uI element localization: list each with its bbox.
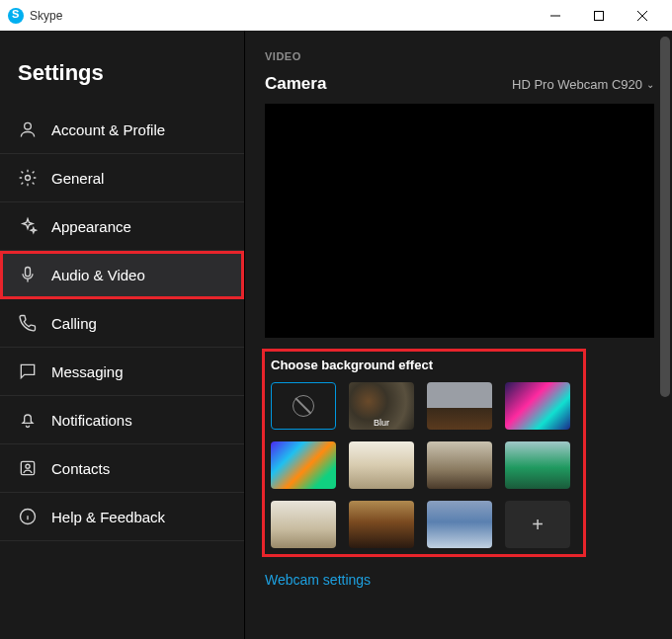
bg-effect-image-1[interactable] xyxy=(427,382,492,430)
svg-point-4 xyxy=(25,122,32,129)
blur-label: Blur xyxy=(349,418,414,428)
camera-row: Camera HD Pro Webcam C920 ⌄ xyxy=(265,74,654,94)
sidebar-item-label: Appearance xyxy=(51,218,131,235)
minimize-button[interactable] xyxy=(534,0,577,31)
sidebar-item-calling[interactable]: Calling xyxy=(0,299,244,348)
none-icon xyxy=(293,395,314,417)
app-body: Settings Account & Profile General Appea… xyxy=(0,31,672,639)
camera-selected-value: HD Pro Webcam C920 xyxy=(512,77,642,92)
background-effect-title: Choose background effect xyxy=(271,358,577,372)
chat-icon xyxy=(18,361,38,381)
sidebar-item-label: Notifications xyxy=(51,412,132,429)
info-icon xyxy=(18,507,38,526)
chevron-down-icon: ⌄ xyxy=(646,79,654,90)
sidebar-item-contacts[interactable]: Contacts xyxy=(0,444,244,493)
close-button[interactable] xyxy=(621,0,664,31)
sparkle-icon xyxy=(18,216,38,236)
contacts-icon xyxy=(18,458,38,478)
bg-effect-blur[interactable]: Blur xyxy=(349,382,414,430)
camera-label: Camera xyxy=(265,74,326,94)
webcam-settings-link[interactable]: Webcam settings xyxy=(265,572,654,588)
sidebar-item-label: Audio & Video xyxy=(51,267,145,283)
person-icon xyxy=(18,120,38,139)
background-effect-section: Choose background effect Blur + xyxy=(265,352,583,554)
svg-point-5 xyxy=(26,176,31,181)
bg-effect-none[interactable] xyxy=(271,382,336,430)
app-title: Skype xyxy=(30,9,62,23)
bg-effect-image-4[interactable] xyxy=(349,441,414,489)
background-effect-grid: Blur + xyxy=(271,382,577,548)
bg-effect-image-7[interactable] xyxy=(271,501,336,548)
video-section-label: VIDEO xyxy=(265,50,654,62)
camera-preview xyxy=(265,104,654,338)
sidebar-item-account-profile[interactable]: Account & Profile xyxy=(0,106,244,154)
sidebar-item-audio-video[interactable]: Audio & Video xyxy=(0,251,244,299)
phone-icon xyxy=(18,313,38,333)
main-panel: VIDEO Camera HD Pro Webcam C920 ⌄ Choose… xyxy=(245,31,672,639)
gear-icon xyxy=(18,168,38,188)
bg-effect-image-5[interactable] xyxy=(427,441,492,489)
sidebar-item-general[interactable]: General xyxy=(0,154,244,202)
microphone-icon xyxy=(18,265,38,284)
sidebar-item-notifications[interactable]: Notifications xyxy=(0,396,244,444)
bell-icon xyxy=(18,410,38,430)
plus-icon: + xyxy=(532,514,544,536)
sidebar-item-appearance[interactable]: Appearance xyxy=(0,202,244,251)
sidebar-item-label: Calling xyxy=(51,315,97,332)
bg-effect-image-8[interactable] xyxy=(349,501,414,548)
sidebar-item-label: Contacts xyxy=(51,460,110,477)
camera-selector[interactable]: HD Pro Webcam C920 ⌄ xyxy=(512,77,654,92)
titlebar: Skype xyxy=(0,0,672,31)
skype-logo-icon xyxy=(8,8,24,24)
settings-title: Settings xyxy=(0,31,244,106)
settings-sidebar: Settings Account & Profile General Appea… xyxy=(0,31,245,639)
bg-effect-image-6[interactable] xyxy=(505,441,570,489)
svg-point-8 xyxy=(26,464,30,468)
sidebar-item-messaging[interactable]: Messaging xyxy=(0,348,244,396)
maximize-button[interactable] xyxy=(577,0,621,31)
sidebar-item-label: Account & Profile xyxy=(51,121,165,138)
sidebar-item-label: Messaging xyxy=(51,363,124,380)
sidebar-item-label: Help & Feedback xyxy=(51,509,165,525)
bg-effect-add[interactable]: + xyxy=(505,501,570,548)
svg-rect-6 xyxy=(26,268,31,277)
sidebar-item-label: General xyxy=(51,170,104,187)
sidebar-item-help-feedback[interactable]: Help & Feedback xyxy=(0,493,244,541)
bg-effect-image-2[interactable] xyxy=(505,382,570,430)
scrollbar[interactable] xyxy=(660,37,670,397)
bg-effect-image-9[interactable] xyxy=(427,501,492,548)
svg-rect-1 xyxy=(595,11,604,20)
bg-effect-image-3[interactable] xyxy=(271,441,336,489)
